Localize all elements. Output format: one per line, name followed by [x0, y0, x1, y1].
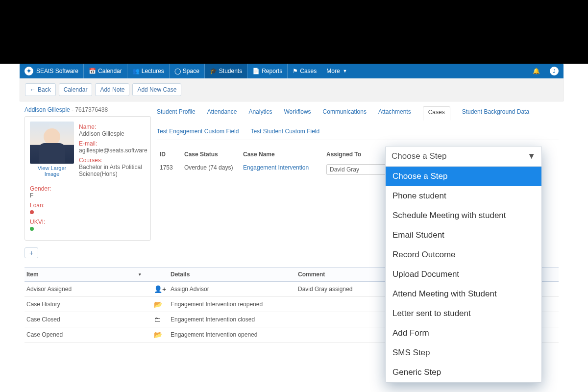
students-icon: 🎓: [210, 68, 217, 74]
action-option-email[interactable]: Email Student: [386, 225, 541, 245]
tab-workflows[interactable]: Workflows: [284, 106, 311, 117]
nav-cases[interactable]: ⚑ Cases: [288, 64, 321, 78]
add-new-case-button[interactable]: Add New Case: [132, 83, 181, 96]
nav-lectures-label: Lectures: [142, 68, 164, 74]
case-name-link[interactable]: Engagement Intervention: [243, 164, 309, 171]
brand-icon: ✦: [24, 67, 33, 75]
action-option-upload-document[interactable]: Upload Document: [386, 265, 541, 284]
back-button[interactable]: ← Back: [25, 83, 56, 96]
brand[interactable]: ✦ SEAtS Software: [20, 67, 83, 75]
details-header: Details: [171, 271, 298, 278]
space-icon: ◯: [174, 68, 181, 74]
action-step-dropdown: Choose a Step ▼ Choose a Step Phone stud…: [385, 146, 542, 383]
tab-cases[interactable]: Cases: [423, 106, 450, 121]
chevron-down-icon: ▾: [139, 272, 141, 277]
top-nav: ✦ SEAtS Software 📅 Calendar 👥 Lectures ◯…: [20, 64, 564, 78]
log-item: Case Closed: [26, 316, 154, 323]
gender-value: F: [30, 192, 146, 199]
action-toolbar: ← Back Calendar Add Note Add New Case: [20, 78, 564, 101]
action-option-generic[interactable]: Generic Step: [386, 363, 541, 382]
nav-more[interactable]: More ▼: [321, 64, 352, 78]
courses-label: Courses:: [79, 157, 147, 164]
nav-space[interactable]: ◯ Space: [170, 64, 204, 78]
col-status: Case Status: [181, 149, 240, 160]
tab-analytics[interactable]: Analytics: [248, 106, 272, 117]
student-name-link[interactable]: Addison Gillespie: [24, 106, 70, 113]
action-option-phone[interactable]: Phone student: [386, 186, 541, 206]
student-id: - 7617376438: [72, 106, 108, 113]
add-note-label: Add Note: [100, 86, 124, 93]
email-value: agillespie@seats.software: [79, 147, 147, 154]
col-name: Case Name: [240, 149, 323, 160]
log-item: Case Opened: [26, 331, 154, 338]
nav-students[interactable]: 🎓 Students: [205, 64, 247, 78]
nav-lectures[interactable]: 👥 Lectures: [127, 64, 169, 78]
status-dot-green-icon: [30, 227, 34, 231]
item-header-label: Item: [26, 271, 39, 278]
log-details: Assign Advisor: [171, 286, 298, 293]
log-details: Engagement Intervention opened: [171, 331, 298, 338]
status-dot-red-icon: [30, 210, 34, 214]
gender-label: Gender:: [30, 185, 146, 192]
add-new-case-label: Add New Case: [137, 86, 176, 93]
plus-icon: +: [29, 249, 33, 257]
reports-icon: 📄: [252, 68, 260, 74]
ukvi-label: UKVI:: [30, 219, 146, 225]
tab-attachments[interactable]: Attachments: [378, 106, 411, 117]
student-title: Addison Gillespie - 7617376438: [24, 106, 151, 113]
action-option-attend-meeting[interactable]: Attend Meeting with Student: [386, 284, 541, 304]
action-option-letter[interactable]: Letter sent to student: [386, 304, 541, 323]
tab-engagement-custom[interactable]: Test Engagement Custom Field: [157, 126, 239, 137]
folder-open-icon: 📂: [154, 331, 162, 339]
profile-sidebar: Addison Gillespie - 7617376438 View Larg…: [20, 106, 151, 258]
tab-student-custom[interactable]: Test Student Custom Field: [250, 126, 319, 137]
action-option-sms[interactable]: SMS Step: [386, 343, 541, 363]
action-option-add-form[interactable]: Add Form: [386, 323, 541, 343]
avatar-initial: J: [550, 67, 559, 75]
tab-background-data[interactable]: Student Background Data: [462, 106, 529, 117]
action-option-record-outcome[interactable]: Record Outcome: [386, 245, 541, 265]
nav-calendar[interactable]: 📅 Calendar: [84, 64, 127, 78]
action-step-trigger[interactable]: Choose a Step ▼: [386, 147, 541, 167]
nav-space-label: Space: [183, 68, 199, 74]
cases-icon: ⚑: [293, 68, 298, 74]
nav-reports-label: Reports: [262, 68, 282, 74]
arrow-left-icon: ←: [30, 86, 36, 93]
tab-bar: Student Profile Attendance Analytics Wor…: [157, 106, 559, 140]
user-plus-icon: 👤+: [154, 285, 166, 293]
notifications-button[interactable]: 🔔: [528, 68, 545, 74]
action-option-schedule-meeting[interactable]: Schedule Meeting with student: [386, 206, 541, 225]
back-label: Back: [38, 86, 51, 93]
name-label: Name:: [79, 123, 147, 130]
action-option-choose[interactable]: Choose a Step: [386, 167, 541, 186]
calendar-button[interactable]: Calendar: [59, 83, 93, 96]
nav-students-label: Students: [219, 68, 242, 74]
brand-label: SEAtS Software: [36, 68, 78, 74]
tab-attendance[interactable]: Attendance: [207, 106, 237, 117]
action-trigger-label: Choose a Step: [392, 151, 446, 161]
tab-communications[interactable]: Communications: [323, 106, 367, 117]
log-details: Engagement Intervention closed: [171, 316, 298, 323]
nav-calendar-label: Calendar: [98, 68, 122, 74]
assigned-to-value: David Gray: [330, 166, 359, 173]
log-details: Engagement Intervention reopened: [171, 301, 298, 308]
item-filter-dropdown[interactable]: Item ▾: [26, 271, 144, 278]
profile-card: View Larger Image Name: Addison Gillespi…: [24, 116, 151, 241]
view-larger-image-link[interactable]: View Larger Image: [30, 165, 74, 177]
courses-value: Bachelor in Arts Political Science(Hons): [79, 164, 147, 177]
nav-more-label: More: [326, 68, 340, 74]
add-note-button[interactable]: Add Note: [95, 83, 129, 96]
name-value: Addison Gillespie: [79, 130, 147, 137]
add-item-button[interactable]: +: [24, 247, 38, 258]
action-step-list: Choose a Step Phone student Schedule Mee…: [386, 167, 541, 382]
nav-reports[interactable]: 📄 Reports: [247, 64, 287, 78]
log-item: Case History: [26, 301, 154, 308]
tab-student-profile[interactable]: Student Profile: [157, 106, 196, 117]
case-id: 1753: [157, 160, 181, 179]
log-item: Advisor Assigned: [26, 286, 154, 293]
chevron-down-icon: ▼: [343, 69, 347, 74]
col-id: ID: [157, 149, 181, 160]
user-avatar[interactable]: J: [545, 67, 564, 75]
letterbox-top: [0, 0, 588, 64]
nav-cases-label: Cases: [300, 68, 317, 74]
